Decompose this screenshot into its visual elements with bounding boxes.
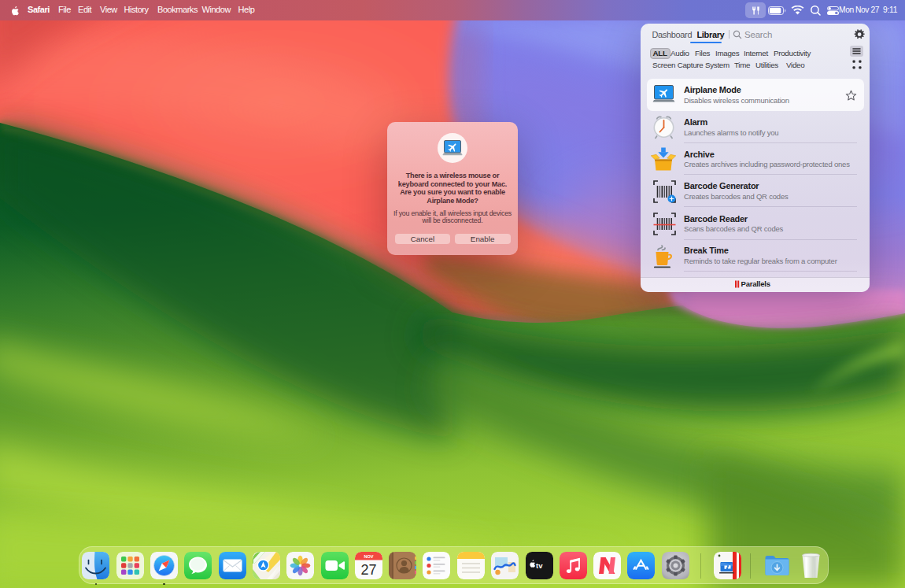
svg-text:tv: tv [536, 561, 543, 570]
svg-text:27: 27 [360, 562, 376, 578]
svg-text:NOV: NOV [364, 554, 373, 559]
svg-text:Parallels: Parallels [741, 280, 770, 288]
